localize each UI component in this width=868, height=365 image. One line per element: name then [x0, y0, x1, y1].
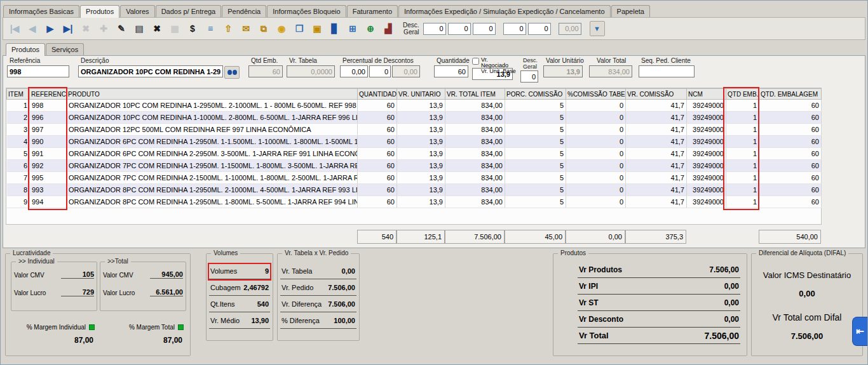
column-header[interactable]: %COMISSÃO TABE — [566, 89, 626, 100]
grid-cell[interactable]: 834,00 — [445, 196, 505, 208]
grid-cell[interactable]: 1 — [7, 100, 30, 112]
grid-cell[interactable]: 5 — [505, 100, 566, 112]
table-row[interactable]: 9994ORGANIZADOR 8PC COM REDINHA 1-2950ML… — [7, 196, 822, 208]
grid-cell[interactable]: 1 — [726, 100, 759, 112]
grid-cell[interactable]: 5 — [505, 160, 566, 172]
grid-cell[interactable]: 5 — [7, 148, 30, 160]
grid-cell[interactable]: ORGANIZADOR 8PC COM REDINHA 1-2950ML. 2-… — [67, 184, 358, 196]
desc-geral-input-3[interactable] — [473, 23, 496, 35]
grid-cell[interactable]: 997 — [30, 124, 67, 136]
grid-cell[interactable]: 39249000 — [687, 172, 726, 184]
grid-cell[interactable]: 834,00 — [445, 148, 505, 160]
table-button[interactable]: ⊞ — [344, 20, 361, 37]
desc-geral-form-input[interactable] — [520, 70, 538, 83]
quantidade-input[interactable] — [434, 65, 468, 77]
grid-cell[interactable]: 60 — [358, 184, 397, 196]
grid-cell[interactable]: 39249000 — [687, 196, 726, 208]
grid-cell[interactable]: 991 — [30, 148, 67, 160]
grid-cell[interactable]: 834,00 — [445, 124, 505, 136]
grid-cell[interactable]: 4 — [7, 136, 30, 148]
grid-cell[interactable]: 60 — [358, 112, 397, 124]
grid-cell[interactable]: 998 — [30, 100, 67, 112]
grid-cell[interactable]: 990 — [30, 136, 67, 148]
book-button[interactable]: ▊ — [327, 20, 343, 37]
grid-cell[interactable]: 834,00 — [445, 100, 505, 112]
desc-geral-input-2[interactable] — [448, 23, 471, 35]
grid-cell[interactable]: 60 — [759, 148, 822, 160]
chart-button[interactable]: ▟ — [380, 20, 397, 37]
tab-3[interactable]: Valores — [120, 5, 154, 17]
grid-cell[interactable]: 41,7 — [626, 136, 687, 148]
grid-cell[interactable]: 834,00 — [445, 172, 505, 184]
grid-cell[interactable]: 834,00 — [445, 112, 505, 124]
grid-cell[interactable]: ORGANIZADOR 8PC COM REDINHA 1-2950ML. 1-… — [67, 196, 358, 208]
grid-cell[interactable]: 60 — [759, 136, 822, 148]
tab-4[interactable]: Dados p/ Entrega — [156, 5, 222, 17]
grid-cell[interactable]: 9 — [7, 196, 30, 208]
perc-desconto-2-input[interactable] — [369, 65, 391, 77]
grid-cell[interactable]: 13,9 — [397, 148, 445, 160]
paste-button[interactable]: ❒ — [291, 20, 308, 37]
grid-cell[interactable]: 7 — [7, 172, 30, 184]
grid-cell[interactable]: 41,7 — [626, 184, 687, 196]
edit-button[interactable]: ✎ — [113, 20, 130, 37]
grid-cell[interactable]: 41,7 — [626, 148, 687, 160]
grid-cell[interactable]: 60 — [358, 100, 397, 112]
grid-cell[interactable]: 0 — [566, 112, 626, 124]
grid-cell[interactable]: 1 — [726, 172, 759, 184]
column-header[interactable]: REFERENC — [30, 89, 67, 100]
tab-8[interactable]: Informações Expedição / Simulação Expedi… — [398, 5, 611, 17]
table-row[interactable]: 7995ORGANIZADOR 7PC COM REDINHA 2-1500ML… — [7, 172, 822, 184]
items-list-button[interactable]: ≡ — [202, 20, 219, 37]
desc-geral-input-5[interactable] — [528, 23, 551, 35]
grid-cell[interactable]: 41,7 — [626, 112, 687, 124]
column-header[interactable]: NCM — [687, 89, 726, 100]
grid-cell[interactable]: 1 — [726, 184, 759, 196]
grid-cell[interactable]: 0 — [566, 160, 626, 172]
referencia-input[interactable] — [7, 65, 69, 77]
grid-cell[interactable]: 1 — [726, 112, 759, 124]
tab-9[interactable]: Papeleta — [611, 5, 650, 17]
column-header[interactable]: VR. UNITARIO — [397, 89, 445, 100]
grid-cell[interactable]: 0 — [566, 196, 626, 208]
grid-cell[interactable]: 41,7 — [626, 100, 687, 112]
grid-cell[interactable]: 60 — [759, 100, 822, 112]
grid-cell[interactable]: 13,9 — [397, 136, 445, 148]
grid-cell[interactable]: 60 — [759, 124, 822, 136]
grid-cell[interactable]: ORGANIZADOR 12PC 500ML COM REDINHA REF 9… — [67, 124, 358, 136]
grid-cell[interactable]: 41,7 — [626, 172, 687, 184]
grid-cell[interactable]: 60 — [759, 196, 822, 208]
grid-cell[interactable]: 834,00 — [445, 184, 505, 196]
grid-cell[interactable]: 13,9 — [397, 172, 445, 184]
descricao-input[interactable] — [78, 65, 223, 77]
grid-cell[interactable]: ORGANIZADOR 6PC COM REDINHA 2-2950M. 3-5… — [67, 148, 358, 160]
column-header[interactable]: QUANTIDADE — [358, 89, 397, 100]
grid-cell[interactable]: 60 — [759, 184, 822, 196]
grid-cell[interactable]: 60 — [358, 172, 397, 184]
grid-cell[interactable]: 39249000 — [687, 160, 726, 172]
grid-cell[interactable]: 1 — [726, 124, 759, 136]
grid-cell[interactable]: 8 — [7, 184, 30, 196]
grid-cell[interactable]: 834,00 — [445, 136, 505, 148]
column-header[interactable]: PRODUTO — [67, 89, 358, 100]
grid-cell[interactable]: 13,9 — [397, 196, 445, 208]
column-header[interactable]: QTD. EMBALAGEM — [759, 89, 822, 100]
grid-cell[interactable]: 60 — [358, 148, 397, 160]
price-button[interactable]: $ — [184, 20, 201, 37]
copy-button[interactable]: ⧉ — [255, 20, 272, 37]
search-product-button[interactable] — [224, 66, 240, 79]
globe-button[interactable]: ⊕ — [362, 20, 379, 37]
post-button[interactable]: ▤ — [131, 20, 147, 37]
grid-cell[interactable]: 0 — [566, 100, 626, 112]
subtab-1[interactable]: Produtos — [6, 43, 45, 56]
grid-cell[interactable]: ORGANIZADOR 7PC COM REDINHA 1-2950M. 1-1… — [67, 160, 358, 172]
nav-last-button[interactable]: ▶| — [60, 20, 76, 37]
table-row[interactable]: 2996ORGANIZADOR 10PC COM REDINHA 1-1000M… — [7, 112, 822, 124]
column-header[interactable]: PORC. COMISSÃO — [505, 89, 566, 100]
subtab-2[interactable]: Serviços — [46, 43, 84, 55]
grid-cell[interactable]: 13,9 — [397, 112, 445, 124]
grid-cell[interactable]: 60 — [358, 160, 397, 172]
nav-next-button[interactable]: ▶ — [42, 20, 58, 37]
column-header[interactable]: ITEM — [7, 89, 30, 100]
grid-cell[interactable]: 60 — [759, 160, 822, 172]
